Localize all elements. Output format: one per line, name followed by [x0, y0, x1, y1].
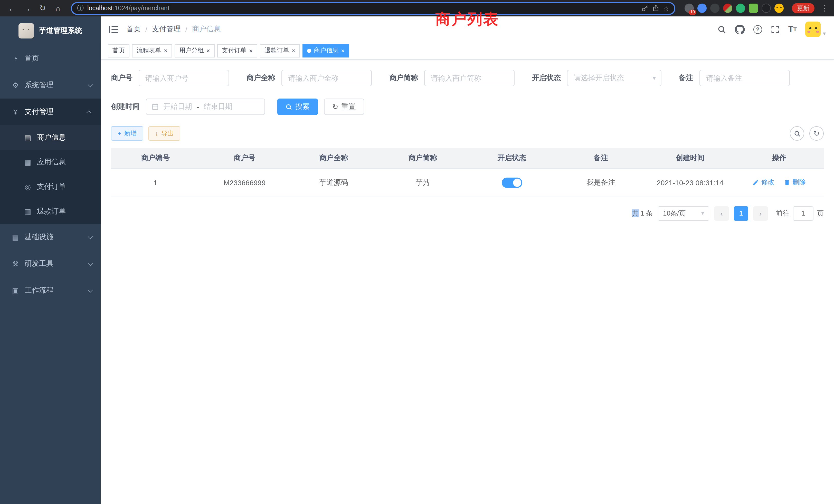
page-size-select[interactable]: 10条/页 ▾ — [658, 206, 709, 221]
reload-icon[interactable]: ↻ — [36, 2, 49, 15]
extension-icon[interactable] — [697, 4, 707, 13]
chevron-down-icon — [88, 82, 93, 87]
forward-icon[interactable]: → — [21, 2, 34, 15]
sidebar-item-label: 系统管理 — [25, 81, 53, 90]
close-icon[interactable]: × — [249, 47, 253, 54]
extension-icon[interactable] — [774, 4, 784, 13]
add-button[interactable]: + 新增 — [111, 126, 143, 141]
app-brand[interactable]: 芋道管理系统 — [0, 17, 101, 45]
search-form-row-2: 创建时间 开始日期 - 结束日期 搜索 — [111, 98, 824, 115]
tab-refund-order[interactable]: 退款订单× — [260, 44, 300, 57]
status-toggle[interactable] — [502, 177, 522, 188]
extension-icon[interactable]: 10 — [684, 4, 694, 13]
refresh-table-button[interactable]: ↻ — [809, 126, 824, 141]
monitor-icon: ▦ — [10, 233, 21, 241]
table-header-row: 商户编号 商户号 商户全称 商户简称 开启状态 备注 创建时间 操作 — [111, 148, 824, 168]
sidebar-item-app-info[interactable]: ▦ 应用信息 — [0, 150, 101, 175]
active-dot — [307, 48, 311, 53]
gear-icon: ⚙ — [10, 81, 21, 89]
caret-down-icon: ▾ — [823, 30, 826, 37]
extension-icon[interactable] — [749, 4, 758, 13]
receipt-icon: ▥ — [23, 207, 33, 215]
range-separator: - — [197, 102, 199, 111]
page-number-1[interactable]: 1 — [734, 206, 748, 221]
search-button[interactable]: 搜索 — [277, 98, 318, 115]
close-icon[interactable]: × — [341, 47, 345, 54]
sidebar-group-payment: ¥ 支付管理 ▤ 商户信息 ▦ 应用信息 ◎ 支付订单 ▥ — [0, 98, 101, 224]
close-icon[interactable]: × — [206, 47, 210, 54]
delete-link[interactable]: 删除 — [784, 178, 806, 187]
sidebar-item-merchant-info[interactable]: ▤ 商户信息 — [0, 125, 101, 150]
merchant-card-icon: ▤ — [23, 134, 33, 142]
site-info-icon[interactable]: ⓘ — [77, 4, 84, 13]
search-icon — [794, 130, 800, 137]
tab-user-group[interactable]: 用户分组× — [175, 44, 215, 57]
tags-view-bar: 首页 流程表单× 用户分组× 支付订单× 退款订单× 商户信息× — [101, 42, 834, 60]
full-name-input[interactable] — [281, 70, 372, 86]
edit-link[interactable]: 修改 — [753, 178, 775, 187]
bookmark-star-icon[interactable]: ☆ — [663, 4, 669, 12]
goto-page: 前往 页 — [776, 206, 824, 221]
sidebar-toggle-icon[interactable] — [109, 26, 118, 33]
close-icon[interactable]: × — [292, 47, 295, 54]
home-icon[interactable]: ⌂ — [51, 2, 65, 15]
date-range-picker[interactable]: 开始日期 - 结束日期 — [146, 98, 265, 115]
font-size-icon[interactable]: TT — [788, 25, 797, 34]
extension-icon[interactable] — [723, 4, 732, 13]
next-page-button[interactable]: › — [753, 206, 768, 221]
sidebar-item-pay-order[interactable]: ◎ 支付订单 — [0, 175, 101, 199]
breadcrumb-separator: / — [145, 25, 147, 33]
merchant-no-input[interactable] — [139, 70, 229, 86]
remark-input[interactable] — [699, 70, 790, 86]
breadcrumb-home[interactable]: 首页 — [126, 25, 141, 34]
status-select[interactable]: 请选择开启状态 ▾ — [567, 70, 661, 86]
extension-icon[interactable] — [736, 4, 745, 13]
sidebar-item-infrastructure[interactable]: ▦ 基础设施 — [0, 224, 101, 250]
fullscreen-icon[interactable] — [771, 25, 780, 33]
back-icon[interactable]: ← — [5, 2, 19, 15]
user-menu[interactable]: ▾ — [806, 22, 826, 37]
grid-icon: ▦ — [23, 158, 33, 166]
app-title: 芋道管理系统 — [39, 26, 82, 36]
breadcrumb-payment[interactable]: 支付管理 — [152, 25, 181, 34]
sidebar-item-refund-order[interactable]: ▥ 退款订单 — [0, 199, 101, 224]
col-create-time: 创建时间 — [645, 148, 734, 168]
github-icon[interactable] — [735, 24, 745, 34]
goto-page-input[interactable] — [793, 206, 813, 221]
sidebar-item-home[interactable]: ◔ 首页 — [0, 45, 101, 72]
short-name-input[interactable] — [424, 70, 514, 86]
pagination: 共 1 条 10条/页 ▾ ‹ 1 › 前往 页 — [111, 206, 824, 221]
search-icon[interactable] — [718, 25, 726, 33]
address-bar[interactable]: ⓘ localhost:1024/pay/merchant ☆ — [71, 2, 675, 15]
reset-button[interactable]: ↻ 重置 — [324, 98, 364, 115]
create-time-label: 创建时间 — [111, 102, 140, 111]
sidebar-item-workflow[interactable]: ▣ 工作流程 — [0, 277, 101, 304]
sidebar-item-label: 支付订单 — [37, 182, 66, 191]
share-icon[interactable] — [653, 5, 660, 12]
tab-home[interactable]: 首页 — [108, 44, 129, 57]
extension-icon[interactable] — [710, 4, 720, 13]
col-full-name: 商户全称 — [289, 148, 378, 168]
help-icon[interactable]: ? — [753, 25, 762, 33]
prev-page-button[interactable]: ‹ — [714, 206, 729, 221]
sidebar-item-devtools[interactable]: ⚒ 研发工具 — [0, 250, 101, 277]
chevron-down-icon: ▾ — [701, 210, 704, 216]
table-row: 1 M233666999 芋道源码 芋艿 我是备注 2021-10-23 08:… — [111, 168, 824, 197]
password-key-icon[interactable] — [642, 5, 649, 12]
briefcase-icon: ▣ — [10, 287, 21, 295]
tab-pay-order[interactable]: 支付订单× — [217, 44, 257, 57]
sidebar-item-system[interactable]: ⚙ 系统管理 — [0, 72, 101, 98]
close-icon[interactable]: × — [164, 47, 168, 54]
browser-menu-icon[interactable]: ⋮ — [820, 4, 829, 13]
sidebar-item-payment[interactable]: ¥ 支付管理 — [0, 98, 101, 125]
tab-process-form[interactable]: 流程表单× — [132, 44, 172, 57]
user-avatar[interactable] — [806, 22, 821, 37]
col-actions: 操作 — [734, 148, 824, 168]
extension-icon[interactable] — [762, 4, 771, 13]
export-button[interactable]: ↓ 导出 — [148, 126, 180, 141]
tab-merchant-info[interactable]: 商户信息× — [303, 44, 349, 57]
target-icon: ◎ — [23, 183, 33, 191]
browser-update-button[interactable]: 更新 — [792, 3, 814, 13]
toggle-search-button[interactable] — [790, 126, 804, 141]
chevron-left-icon: ‹ — [720, 209, 723, 217]
